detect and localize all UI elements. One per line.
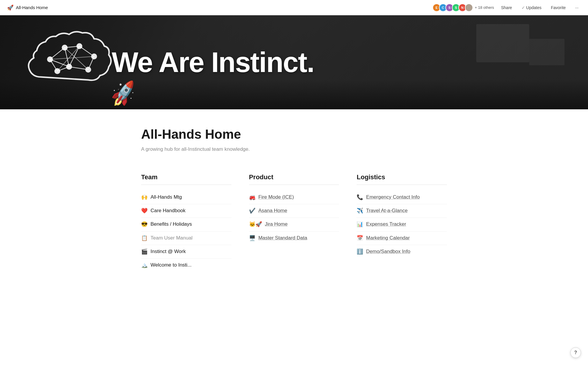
product-item-asana[interactable]: ✔️ Asana Home: [249, 204, 339, 218]
manual-emoji: 📋: [141, 235, 148, 242]
team-item-benefits-holidays[interactable]: 😎 Benefits / Holidays: [141, 218, 231, 231]
expenses-label: Expenses Tracker: [366, 221, 406, 228]
care-emoji: ❤️: [141, 207, 148, 215]
cloud-network-logo: [24, 24, 112, 101]
team-column-header: Team: [141, 173, 231, 185]
team-item-welcome[interactable]: 🏔️ Welcome to Insti...: [141, 259, 231, 272]
hero-content: 🚀 We Are Instinct.: [0, 24, 588, 101]
jira-label: Jira Home: [265, 221, 288, 228]
team-item-care-handbook[interactable]: ❤️ Care Handbook: [141, 204, 231, 218]
share-button[interactable]: Share: [499, 4, 514, 11]
others-count[interactable]: + 18 others: [475, 5, 494, 10]
all-hands-emoji: 🙌: [141, 194, 148, 201]
travel-label: Travel At-a-Glance: [366, 207, 407, 214]
updates-button[interactable]: ✓ Updates: [519, 4, 544, 11]
logistics-item-travel[interactable]: ✈️ Travel At-a-Glance: [357, 204, 447, 218]
team-item-all-hands-mtg[interactable]: 🙌 All-Hands Mtg: [141, 191, 231, 204]
logistics-item-demo[interactable]: ℹ️ Demo/Sandbox Info: [357, 245, 447, 258]
columns-grid: Team 🙌 All-Hands Mtg ❤️ Care Handbook 😎 …: [141, 173, 447, 272]
top-navigation: 🚀 All-Hands Home E C S S N + 18 others S…: [0, 0, 588, 15]
benefits-emoji: 😎: [141, 221, 148, 228]
logistics-column-items: 📞 Emergency Contact Info ✈️ Travel At-a-…: [357, 191, 447, 258]
manual-label: Team User Manual: [151, 235, 193, 242]
nav-page-title: All-Hands Home: [16, 5, 48, 10]
svg-line-14: [50, 59, 69, 67]
nav-right: E C S S N + 18 others Share ✓ Updates Fa…: [432, 4, 581, 12]
product-column-items: 🚒 Fire Mode (ICE) ✔️ Asana Home 🐱🚀 Jira …: [249, 191, 339, 245]
svg-line-9: [79, 46, 94, 56]
columns-section: Team 🙌 All-Hands Mtg ❤️ Care Handbook 😎 …: [141, 162, 447, 289]
team-column: Team 🙌 All-Hands Mtg ❤️ Care Handbook 😎 …: [141, 173, 231, 272]
logistics-item-emergency[interactable]: 📞 Emergency Contact Info: [357, 191, 447, 204]
logistics-item-marketing[interactable]: 📅 Marketing Calendar: [357, 232, 447, 245]
logistics-column: Logistics 📞 Emergency Contact Info ✈️ Tr…: [357, 173, 447, 272]
asana-emoji: ✔️: [249, 207, 255, 215]
expenses-emoji: 📊: [357, 221, 363, 228]
rocket-emoji-hero: 🚀: [108, 79, 138, 108]
travel-emoji: ✈️: [357, 207, 363, 215]
master-data-label: Master Standard Data: [258, 235, 307, 242]
product-column-header: Product: [249, 173, 339, 185]
product-item-master-data[interactable]: 🖥️ Master Standard Data: [249, 232, 339, 245]
page-header: All-Hands Home A growing hub for all-Ins…: [141, 109, 447, 162]
jira-emoji: 🐱🚀: [249, 221, 262, 228]
emergency-label: Emergency Contact Info: [366, 194, 420, 201]
check-icon: ✓: [522, 5, 525, 10]
logistics-column-header: Logistics: [357, 173, 447, 185]
hero-banner: 🚀 We Are Instinct.: [0, 15, 588, 109]
page-content: All-Hands Home A growing hub for all-Ins…: [118, 109, 470, 289]
product-item-fire-mode[interactable]: 🚒 Fire Mode (ICE): [249, 191, 339, 204]
team-item-instinct-work[interactable]: 🎬 Instinct @ Work: [141, 245, 231, 259]
welcome-emoji: 🏔️: [141, 262, 148, 269]
fire-mode-label: Fire Mode (ICE): [258, 194, 294, 201]
svg-line-15: [65, 48, 69, 67]
hero-text: We Are Instinct.: [112, 48, 564, 76]
fire-mode-emoji: 🚒: [249, 194, 255, 201]
svg-line-7: [50, 48, 65, 59]
more-options-button[interactable]: ···: [573, 4, 581, 11]
page-subtitle: A growing hub for all-Instinctual team k…: [141, 146, 447, 152]
demo-emoji: ℹ️: [357, 248, 363, 255]
welcome-label: Welcome to Insti...: [151, 262, 192, 269]
product-item-jira[interactable]: 🐱🚀 Jira Home: [249, 218, 339, 231]
avatar-group: E C S S N + 18 others: [432, 4, 494, 12]
all-hands-label: All-Hands Mtg: [151, 194, 182, 201]
product-column: Product 🚒 Fire Mode (ICE) ✔️ Asana Home …: [249, 173, 339, 272]
work-emoji: 🎬: [141, 248, 148, 255]
team-column-items: 🙌 All-Hands Mtg ❤️ Care Handbook 😎 Benef…: [141, 191, 231, 272]
marketing-emoji: 📅: [357, 235, 363, 242]
team-item-user-manual[interactable]: 📋 Team User Manual: [141, 232, 231, 245]
benefits-label: Benefits / Holidays: [151, 221, 192, 228]
master-data-emoji: 🖥️: [249, 235, 255, 242]
care-label: Care Handbook: [151, 207, 186, 214]
page-title: All-Hands Home: [141, 127, 447, 142]
marketing-label: Marketing Calendar: [366, 235, 410, 242]
nav-left: 🚀 All-Hands Home: [7, 4, 48, 11]
work-label: Instinct @ Work: [151, 248, 186, 255]
hero-title: We Are Instinct.: [112, 48, 564, 76]
asana-label: Asana Home: [258, 207, 287, 214]
emergency-emoji: 📞: [357, 194, 363, 201]
demo-label: Demo/Sandbox Info: [366, 248, 410, 255]
logistics-item-expenses[interactable]: 📊 Expenses Tracker: [357, 218, 447, 231]
svg-line-18: [50, 56, 94, 59]
page-emoji-nav: 🚀: [7, 4, 14, 11]
avatar-photo[interactable]: [465, 4, 473, 12]
svg-line-10: [88, 56, 94, 70]
favorite-button[interactable]: Favorite: [549, 4, 568, 11]
